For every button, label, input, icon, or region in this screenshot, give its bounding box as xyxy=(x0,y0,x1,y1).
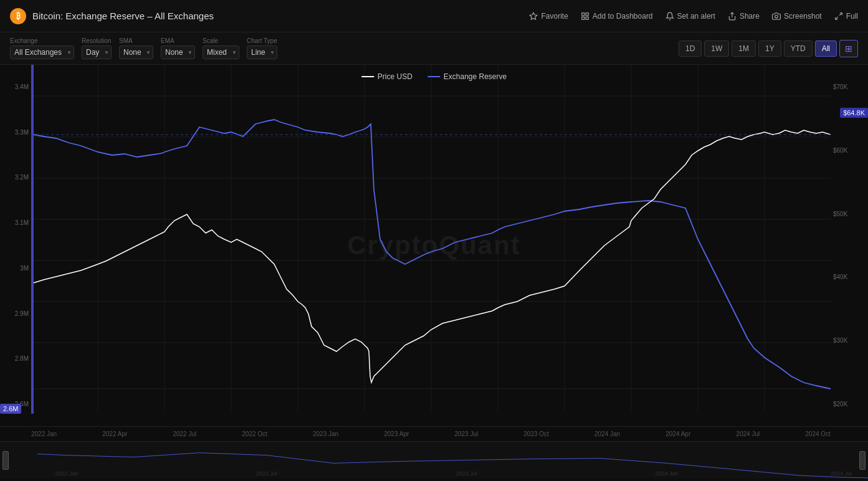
svg-rect-2 xyxy=(586,12,588,15)
ema-select[interactable]: None xyxy=(161,45,195,59)
full-button[interactable]: Full xyxy=(834,12,858,21)
sma-wrapper: None ▼ xyxy=(119,45,153,59)
scale-wrapper: Mixed ▼ xyxy=(203,45,239,59)
x-label-2022oct: 2022 Oct xyxy=(242,431,267,437)
svg-line-7 xyxy=(839,12,842,15)
y-label-33m: 3.3M xyxy=(2,129,29,136)
header: ₿ Bitcoin: Exchange Reserve – All Exchan… xyxy=(0,0,868,32)
x-label-2024apr: 2024 Apr xyxy=(665,431,690,437)
svg-rect-1 xyxy=(582,12,584,15)
dashboard-label: Add to Dashboard xyxy=(593,12,653,21)
exchange-dropdown-group: Exchange All Exchanges ▼ xyxy=(10,37,74,59)
toolbar-left: Exchange All Exchanges ▼ Resolution Day … xyxy=(10,37,277,59)
screenshot-button[interactable]: Screenshot xyxy=(772,12,822,21)
x-label-2022apr: 2022 Apr xyxy=(102,431,127,437)
favorite-label: Favorite xyxy=(541,12,568,21)
sma-select[interactable]: None xyxy=(119,45,153,59)
exchange-reserve-line xyxy=(34,120,831,389)
y-label-32m: 3.2M xyxy=(2,174,29,181)
chart-container: Price USD Exchange Reserve 3.4M 3.3M 3.2… xyxy=(0,65,868,426)
x-label-2022jan: 2022 Jan xyxy=(31,431,57,437)
chart-type-wrapper: Line ▼ xyxy=(247,45,277,59)
svg-text:2022 Jan: 2022 Jan xyxy=(55,470,79,477)
time-ytd-button[interactable]: YTD xyxy=(784,40,813,57)
y-axis-right: $70K $60K $50K $40K $30K $20K xyxy=(831,65,868,426)
svg-line-8 xyxy=(835,17,837,19)
time-1y-button[interactable]: 1Y xyxy=(758,40,781,57)
y-label-30k: $30K xyxy=(833,337,866,344)
svg-point-6 xyxy=(775,15,778,18)
scale-select[interactable]: Mixed xyxy=(203,45,239,59)
x-label-2022jul: 2022 Jul xyxy=(173,431,196,437)
dashboard-icon xyxy=(581,12,589,21)
time-1d-button[interactable]: 1D xyxy=(679,40,702,57)
reserve-badge: 2.6M xyxy=(0,404,21,414)
scale-dropdown-group: Scale Mixed ▼ xyxy=(203,37,239,59)
chart-legend: Price USD Exchange Reserve xyxy=(361,72,507,81)
share-label: Share xyxy=(740,12,760,21)
legend-price: Price USD xyxy=(361,72,413,81)
price-usd-line xyxy=(34,130,831,383)
ema-wrapper: None ▼ xyxy=(161,45,195,59)
reserve-line-icon xyxy=(427,76,440,77)
y-label-50k: $50K xyxy=(833,211,866,217)
x-label-2024jan: 2024 Jan xyxy=(594,431,620,437)
y-label-29m: 2.9M xyxy=(2,310,29,317)
scale-label: Scale xyxy=(203,37,239,44)
time-1w-button[interactable]: 1W xyxy=(704,40,729,57)
screenshot-label: Screenshot xyxy=(784,12,822,21)
favorite-button[interactable]: Favorite xyxy=(529,12,568,21)
svg-rect-30 xyxy=(0,442,868,479)
svg-rect-28 xyxy=(31,65,34,414)
mini-handle-left[interactable] xyxy=(2,451,9,470)
x-label-2023jan: 2023 Jan xyxy=(313,431,338,437)
share-button[interactable]: Share xyxy=(728,12,760,21)
chart-type-select[interactable]: Line xyxy=(247,45,277,59)
x-axis: 2022 Jan 2022 Apr 2022 Jul 2022 Oct 2023… xyxy=(0,426,868,441)
x-label-2023oct: 2023 Oct xyxy=(523,431,549,437)
exchange-select[interactable]: All Exchanges xyxy=(10,45,74,59)
exchange-wrapper: All Exchanges ▼ xyxy=(10,45,74,59)
mini-chart-svg: 2022 Jan 2022 Jul 2023 Jul 2024 Jan 2024… xyxy=(0,442,868,479)
x-label-2023apr: 2023 Apr xyxy=(384,431,409,437)
time-all-button[interactable]: All xyxy=(815,40,837,57)
svg-text:2023 Jul: 2023 Jul xyxy=(456,470,477,477)
bell-icon xyxy=(665,12,674,21)
y-label-30m: 3M xyxy=(2,265,29,272)
resolution-select[interactable]: Day xyxy=(82,45,112,59)
expand-icon xyxy=(834,12,843,21)
svg-text:2024 Jan: 2024 Jan xyxy=(656,470,679,477)
exchange-label: Exchange xyxy=(10,37,74,44)
price-line-icon xyxy=(361,76,374,77)
alert-label: Set an alert xyxy=(677,12,715,21)
price-badge: $64.8K xyxy=(840,108,868,118)
svg-rect-3 xyxy=(586,17,588,19)
dashboard-button[interactable]: Add to Dashboard xyxy=(581,12,653,21)
legend-reserve-label: Exchange Reserve xyxy=(444,72,507,81)
btc-icon: ₿ xyxy=(10,8,26,24)
svg-text:2022 Jul: 2022 Jul xyxy=(256,470,277,477)
header-actions: Favorite Add to Dashboard Set an alert S… xyxy=(529,12,858,21)
y-axis-left: 3.4M 3.3M 3.2M 3.1M 3M 2.9M 2.8M 2.6M xyxy=(0,65,31,426)
calendar-button[interactable]: ⊞ xyxy=(839,40,858,57)
resolution-wrapper: Day ▼ xyxy=(82,45,112,59)
sma-dropdown-group: SMA None ▼ xyxy=(119,37,153,59)
page-title: Bitcoin: Exchange Reserve – All Exchange… xyxy=(32,11,214,21)
ema-label: EMA xyxy=(161,37,195,44)
camera-icon xyxy=(772,12,781,21)
mini-chart: 2022 Jan 2022 Jul 2023 Jul 2024 Jan 2024… xyxy=(0,441,868,479)
chart-svg xyxy=(31,65,831,426)
resolution-dropdown-group: Resolution Day ▼ xyxy=(82,37,112,59)
chart-type-dropdown-group: Chart Type Line ▼ xyxy=(247,37,277,59)
y-label-20k: $20K xyxy=(833,401,866,407)
alert-button[interactable]: Set an alert xyxy=(665,12,715,21)
legend-price-label: Price USD xyxy=(378,72,413,81)
time-1m-button[interactable]: 1M xyxy=(732,40,756,57)
mini-handle-right[interactable] xyxy=(859,451,866,470)
chart-type-label: Chart Type xyxy=(247,37,277,44)
ema-dropdown-group: EMA None ▼ xyxy=(161,37,195,59)
svg-marker-0 xyxy=(530,12,538,19)
header-left: ₿ Bitcoin: Exchange Reserve – All Exchan… xyxy=(10,8,214,24)
y-label-34m: 3.4M xyxy=(2,83,29,90)
star-icon xyxy=(529,12,538,21)
